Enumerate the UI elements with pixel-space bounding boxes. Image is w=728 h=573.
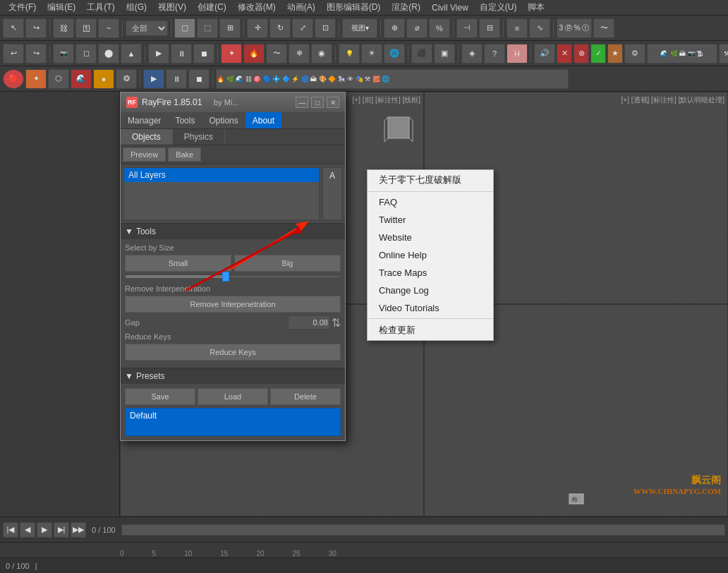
tb3-misc-row[interactable]: 🔥 🌿 🌊 ⛓ 🎯 🔵 💠 🔷 ⚡ 🌀 🏔 🎨 🔶 🎠 👁 🎭 ⚒ 🧱 🌐 xyxy=(216,69,569,89)
tb3-6[interactable]: ❂ xyxy=(116,69,137,89)
view-cube[interactable] xyxy=(381,110,416,145)
tb3-3[interactable]: ⬡ xyxy=(48,69,69,89)
dialog-menu-about[interactable]: About xyxy=(245,112,281,128)
menu-edit[interactable]: 编辑(E) xyxy=(42,1,81,13)
layer-button[interactable]: ≡ xyxy=(506,18,528,38)
tb3-8[interactable]: ⏸ xyxy=(166,69,187,89)
dialog-menu-options[interactable]: Options xyxy=(202,112,245,128)
help-button[interactable]: H xyxy=(506,44,528,64)
filter-dropdown[interactable]: 全部 xyxy=(126,20,168,36)
layer-all[interactable]: All Layers xyxy=(124,168,319,182)
tl-next[interactable]: ▶| xyxy=(54,522,69,538)
stop-button[interactable]: ⏹ xyxy=(193,44,214,64)
tl-last[interactable]: ▶▶ xyxy=(71,522,86,538)
wave2-button[interactable]: 〜 xyxy=(266,44,287,64)
small-button[interactable]: Small xyxy=(125,255,231,272)
redo-hist-button[interactable]: ↪ xyxy=(25,44,47,64)
menu-customize[interactable]: 自定义(U) xyxy=(474,1,523,13)
link-button[interactable]: ⛓ xyxy=(53,18,74,38)
object-type-button[interactable]: ◻ xyxy=(75,44,97,64)
tb3-9[interactable]: ⏹ xyxy=(188,69,210,89)
orb-button[interactable]: ◉ xyxy=(311,44,332,64)
orange-btn[interactable]: ★ xyxy=(607,44,623,64)
fire-button[interactable]: 🔥 xyxy=(243,44,265,64)
bake-button[interactable]: Bake xyxy=(168,147,201,162)
undo-button[interactable] xyxy=(3,18,24,38)
percent-snap-button[interactable]: % xyxy=(429,18,450,38)
env-button[interactable]: 🌐 xyxy=(384,44,405,64)
bind-button[interactable]: ~ xyxy=(98,18,119,38)
load-preset-button[interactable]: Load xyxy=(198,388,268,405)
menu-item-twitter[interactable]: Twitter xyxy=(368,211,493,229)
render-setup-button[interactable]: ⬛ xyxy=(411,44,432,64)
curve-button[interactable]: ∿ xyxy=(529,18,550,38)
align-button[interactable]: ⊟ xyxy=(479,18,500,38)
menu-item-online-help[interactable]: Online Help xyxy=(368,246,493,264)
redo-button[interactable]: ↪ xyxy=(25,18,47,38)
extra-misc-1[interactable]: 🌊 🌿 🏔 📷 🗜 xyxy=(647,44,717,64)
tb3-4[interactable]: 🌊 xyxy=(71,69,92,89)
dialog-tab-objects[interactable]: Objects xyxy=(121,129,173,145)
frost-button[interactable]: ❄ xyxy=(289,44,310,64)
move-button[interactable]: ✛ xyxy=(247,18,268,38)
preset-default[interactable]: Default xyxy=(126,409,340,423)
menu-view[interactable]: 视图(V) xyxy=(152,1,192,13)
dialog-menu-tools[interactable]: Tools xyxy=(168,112,202,128)
mirror-button[interactable]: ⊣ xyxy=(456,18,478,38)
reduce-keys-button[interactable]: Reduce Keys xyxy=(125,344,341,361)
menu-group[interactable]: 组(G) xyxy=(121,1,152,13)
scene-explorer-button[interactable]: 🔊 xyxy=(534,44,555,64)
sphere-button[interactable]: ⬤ xyxy=(98,44,119,64)
gap-spinner[interactable]: ⇅ xyxy=(332,316,341,330)
menu-graph-editor[interactable]: 图形编辑器(D) xyxy=(321,1,387,13)
menu-item-video-tutorials[interactable]: Video Tutorials xyxy=(368,299,493,317)
extra-btn-1[interactable]: 〜 xyxy=(593,18,614,38)
select-button[interactable]: ▢ xyxy=(174,18,195,38)
pause-button[interactable]: ⏸ xyxy=(171,44,192,64)
particle-button[interactable]: ✦ xyxy=(221,44,242,64)
extra-misc-2[interactable]: ⚒ 🧱 🌀 ⊡ xyxy=(719,44,728,64)
angle-snap-button[interactable]: ⌀ xyxy=(406,18,427,38)
big-button[interactable]: Big xyxy=(234,255,341,272)
menu-animation[interactable]: 动画(A) xyxy=(281,1,321,13)
remove-interpenetration-button[interactable]: Remove Interpenetration xyxy=(125,296,341,313)
tl-prev-frame[interactable]: |◀ xyxy=(3,522,18,538)
question-button[interactable]: ? xyxy=(484,44,505,64)
window-cross-button[interactable]: ⊞ xyxy=(219,18,241,38)
size-slider[interactable] xyxy=(125,275,341,279)
menu-item-trace-maps[interactable]: Trace Maps xyxy=(368,264,493,282)
play-button[interactable]: ▶ xyxy=(148,44,169,64)
unlink-button[interactable]: ⚿ xyxy=(75,18,97,38)
menu-create[interactable]: 创建(C) xyxy=(192,1,232,13)
tl-prev[interactable]: ◀ xyxy=(20,522,35,538)
menu-item-check-update[interactable]: 检查更新 xyxy=(368,320,493,340)
dialog-restore-button[interactable]: □ xyxy=(311,97,324,108)
red-btn-1[interactable]: ✕ xyxy=(557,44,572,64)
menu-script[interactable]: 脚本 xyxy=(522,1,550,13)
gap-input[interactable] xyxy=(288,315,330,330)
menu-item-faq[interactable]: FAQ xyxy=(368,193,493,211)
menu-render[interactable]: 渲染(R) xyxy=(386,1,426,13)
menu-item-about-crack[interactable]: 关于零下七度破解版 xyxy=(368,170,493,190)
gear-btn[interactable]: ⚙ xyxy=(624,44,645,64)
red-btn-2[interactable]: ⊗ xyxy=(574,44,589,64)
sunsystem-button[interactable]: ☀ xyxy=(361,44,382,64)
light-button[interactable]: 💡 xyxy=(339,44,360,64)
menu-tools[interactable]: 工具(T) xyxy=(81,1,120,13)
render-button[interactable]: ▣ xyxy=(434,44,455,64)
rotate-button[interactable]: ↻ xyxy=(269,18,291,38)
timeline-track[interactable] xyxy=(121,524,725,536)
scale-button[interactable]: ⤢ xyxy=(292,18,313,38)
presets-section-header[interactable]: ▼ Presets xyxy=(121,368,345,384)
dialog-close-button[interactable]: ✕ xyxy=(327,97,339,108)
delete-preset-button[interactable]: Delete xyxy=(270,388,341,405)
cone-button[interactable]: ▲ xyxy=(121,44,142,64)
dialog-tab-physics[interactable]: Physics xyxy=(173,129,225,145)
tb3-5[interactable]: ● xyxy=(93,69,114,89)
tools-section-header[interactable]: ▼ Tools xyxy=(121,223,345,239)
tb3-7[interactable]: ▶ xyxy=(143,69,164,89)
menu-civil-view[interactable]: Civil View xyxy=(426,3,474,13)
menu-modifier[interactable]: 修改器(M) xyxy=(232,1,281,13)
undo-hist-button[interactable]: ↩ xyxy=(3,44,24,64)
save-preset-button[interactable]: Save xyxy=(125,388,195,405)
